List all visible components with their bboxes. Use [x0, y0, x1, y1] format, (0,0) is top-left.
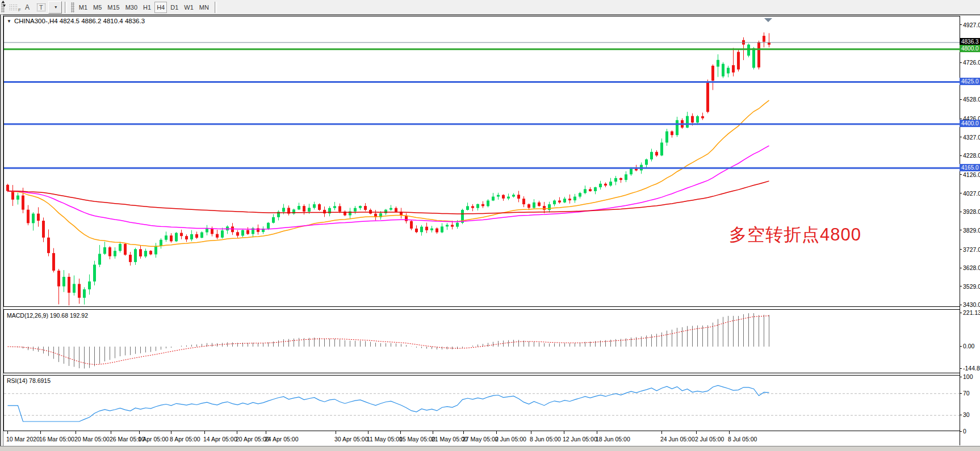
- time-tick: [266, 431, 266, 434]
- time-axis[interactable]: 10 Mar 202016 Mar 05:0020 Mar 05:0026 Ma…: [3, 431, 960, 446]
- time-tick: [696, 431, 697, 434]
- ma-fast-line: [8, 100, 769, 246]
- chart-title-text: CHINA300-,H4 4824.5 4886.2 4810.4 4836.3: [14, 18, 145, 24]
- timeframe-button-m5[interactable]: M5: [91, 2, 104, 13]
- time-tick: [564, 431, 564, 434]
- arrows-tool-button[interactable]: ▾: [48, 1, 62, 14]
- toolbar-grip[interactable]: [71, 2, 74, 12]
- time-tick: [76, 431, 76, 434]
- price-tick: [960, 230, 962, 230]
- macd-signal-line: [8, 316, 769, 365]
- timeframe-button-m1[interactable]: M1: [77, 2, 90, 13]
- time-tick-label: 27 May 05:00: [462, 436, 499, 442]
- time-tick: [597, 431, 597, 434]
- price-tick-label: 3928.0: [963, 208, 980, 215]
- timeframe-button-d1[interactable]: D1: [168, 2, 181, 13]
- timeframe-group: M1M5M15M30H1H4D1W1MN: [76, 2, 212, 13]
- macd-label: MACD(12,26,9) 190.68 192.92: [7, 312, 88, 319]
- time-tick: [463, 431, 464, 434]
- toolbar-separator: [65, 2, 67, 13]
- price-tick: [960, 268, 962, 268]
- timeframe-button-h1[interactable]: H1: [141, 2, 153, 13]
- rsi-axis-label: 100: [963, 373, 973, 380]
- macd-histogram: [8, 313, 769, 369]
- price-tick-label: 3829.0: [963, 227, 980, 234]
- timeframe-button-m15[interactable]: M15: [105, 2, 122, 13]
- timeframe-button-m30[interactable]: M30: [123, 2, 140, 13]
- sort-arrows-icon: [0, 0, 7, 7]
- letter-t-icon: T: [37, 3, 45, 11]
- price-tick: [960, 249, 962, 250]
- time-tick-label: 8 Jul 05:00: [728, 436, 757, 442]
- rsi-axis-label: 0: [963, 428, 966, 435]
- price-tick-label: 4027.0: [963, 190, 980, 197]
- time-tick-label: 2 Jun 05:00: [495, 436, 526, 442]
- time-tick: [171, 431, 171, 434]
- rsi-axis-tick: [960, 415, 962, 415]
- price-tick: [960, 174, 962, 175]
- price-tick-label: 3529.0: [963, 283, 980, 290]
- time-tick: [336, 431, 336, 434]
- toolbar-separator: [215, 2, 217, 13]
- rsi-axis-label: 30: [963, 411, 970, 418]
- macd-axis-label: -144.84: [963, 365, 980, 372]
- price-tick-label: 4228.0: [963, 152, 980, 159]
- price-tick: [960, 193, 962, 193]
- time-tick-label: 2 Jul 05:00: [695, 436, 724, 442]
- ma-slow-line: [8, 181, 769, 214]
- annotation-text: 多空转折点4800: [729, 223, 861, 247]
- rsi-label: RSI(14) 78.6915: [7, 377, 51, 384]
- macd-axis-tick: [960, 368, 962, 369]
- time-tick-label: 24 Apr 05:00: [265, 436, 299, 442]
- price-badge-4625.0: 4625.0: [960, 78, 980, 85]
- time-tick: [40, 431, 41, 434]
- price-tick-label: 3430.0: [963, 301, 980, 308]
- time-tick: [237, 431, 237, 434]
- forecast-tool-button[interactable]: F: [6, 1, 20, 14]
- text-box-button[interactable]: T: [34, 1, 48, 14]
- time-tick: [531, 431, 531, 434]
- price-tick-label: 3628.0: [963, 264, 980, 271]
- timeframe-button-w1[interactable]: W1: [182, 2, 196, 13]
- chart-dropdown-icon[interactable]: ▼: [7, 19, 11, 24]
- time-tick-label: 14 Apr 05:00: [203, 436, 237, 442]
- price-tick-label: 4726.0: [963, 59, 980, 66]
- time-tick-label: 8 Jun 05:00: [530, 436, 561, 442]
- rsi-panel[interactable]: [3, 375, 960, 431]
- ma-medium-line: [8, 146, 769, 229]
- window-bottom-edge: [0, 446, 980, 451]
- rsi-axis-tick: [960, 393, 962, 394]
- price-tick: [960, 286, 962, 286]
- price-tick-label: 3727.0: [963, 246, 980, 253]
- time-tick-label: 20 Mar 05:00: [74, 436, 110, 442]
- time-tick: [111, 431, 111, 434]
- time-tick-label: 11 May 05:00: [367, 436, 403, 442]
- price-tick: [960, 212, 962, 212]
- macd-axis-label: 0.00: [963, 343, 974, 349]
- time-tick-label: 18 Jun 05:00: [596, 436, 630, 442]
- time-tick-label: 1 Apr 05:00: [138, 436, 169, 442]
- main-chart-panel[interactable]: [3, 16, 960, 307]
- macd-axis-label: 221.13: [963, 309, 980, 316]
- price-tick: [960, 99, 962, 100]
- price-tick: [960, 155, 962, 156]
- time-tick: [368, 431, 368, 434]
- time-tick: [139, 431, 140, 434]
- rsi-canvas: [4, 376, 960, 431]
- rsi-axis-tick: [960, 431, 962, 432]
- timeframe-button-h4[interactable]: H4: [154, 2, 167, 13]
- toolbar: F A T ▾ M1M5M15M30H1H4D1W1MN: [0, 0, 980, 15]
- rsi-line: [8, 385, 769, 422]
- time-tick: [7, 431, 8, 434]
- mt4-terminal: F A T ▾ M1M5M15M30H1H4D1W1MN 10 Mar 2020…: [0, 0, 980, 451]
- macd-panel[interactable]: [3, 309, 960, 373]
- timeframe-button-mn[interactable]: MN: [197, 2, 211, 13]
- rsi-axis-tick: [960, 377, 962, 377]
- time-tick: [496, 431, 497, 434]
- chart-title: ▼ CHINA300-,H4 4824.5 4886.2 4810.4 4836…: [7, 18, 145, 24]
- text-label-button[interactable]: A: [20, 1, 34, 14]
- price-tick-label: 4126.0: [963, 171, 980, 178]
- price-tick: [960, 24, 962, 25]
- last-bar-marker-icon: [764, 18, 772, 22]
- price-tick: [960, 119, 962, 119]
